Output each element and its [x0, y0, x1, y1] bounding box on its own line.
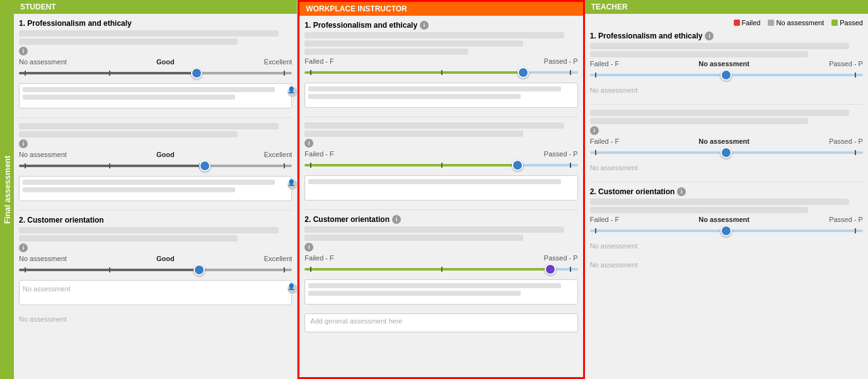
student-c2-thumb[interactable] [199, 160, 211, 172]
instructor-c2-fill [304, 164, 518, 166]
student-header: STUDENT [14, 0, 297, 14]
teacher-c3-left: Failed - F [590, 216, 619, 223]
student-c3-avatar [287, 284, 298, 294]
student-c3-info[interactable]: i [19, 243, 28, 252]
blur [23, 187, 235, 192]
student-c1-slider[interactable] [19, 67, 292, 79]
student-c3-thumb[interactable] [194, 264, 205, 276]
legend-passed: Passed [831, 19, 863, 26]
teacher-c3-right: Passed - P [829, 216, 863, 223]
student-c1-fill [19, 72, 197, 74]
blur [590, 199, 850, 205]
teacher-c1-thumb[interactable] [720, 69, 732, 81]
student-c2-fill [19, 165, 205, 167]
tick [109, 267, 110, 272]
blur [19, 123, 279, 129]
student-c1-blur2 [19, 38, 238, 45]
teacher-c1-title: 1. Professionalism and ethicaly i [590, 32, 863, 40]
blur [590, 207, 809, 213]
blur [590, 118, 809, 124]
blur [304, 235, 523, 241]
student-c1-tick2 [109, 71, 110, 76]
student-c2-info[interactable]: i [19, 139, 28, 148]
instructor-c2-slider[interactable] [304, 159, 577, 172]
student-c2-slider[interactable] [19, 160, 292, 172]
instructor-c3-thumb[interactable] [545, 264, 556, 275]
student-c3-title: 2. Customer orientation [19, 216, 292, 224]
instructor-c1-info[interactable]: i [420, 21, 429, 30]
instructor-c3-info[interactable]: i [392, 215, 401, 224]
teacher-c3-center: No assessment [698, 216, 749, 223]
blur [304, 122, 564, 129]
teacher-c2-slider[interactable] [590, 146, 863, 159]
instructor-content: 1. Professionalism and ethicaly i Failed… [299, 16, 582, 377]
instructor-c1-scale: Failed - F Passed - P [304, 57, 577, 65]
student-c2-left: No assessment [19, 151, 67, 158]
blur [19, 235, 238, 242]
teacher-c3-slider[interactable] [590, 224, 863, 237]
blur [23, 87, 275, 92]
tick [441, 267, 443, 272]
student-c1-thumb[interactable] [191, 67, 202, 79]
student-c1-info[interactable]: i [19, 47, 28, 55]
blur [19, 131, 238, 137]
teacher-c2-thumb[interactable] [720, 147, 732, 158]
instructor-c1-thumb[interactable] [518, 67, 529, 78]
blur [304, 226, 564, 233]
teacher-c1-slider[interactable] [590, 69, 863, 81]
teacher-c3-no-assess: No assessment [590, 241, 863, 251]
instructor-criterion-3: 2. Customer orientation i i Failed - F P… [304, 215, 577, 305]
instructor-c3-right: Passed - P [544, 254, 578, 262]
student-c2-comment [19, 176, 292, 201]
student-c1-track [19, 72, 292, 74]
tick [284, 267, 285, 272]
student-c3-left: No assessment [19, 255, 67, 262]
blur [308, 86, 560, 91]
instructor-criterion-1: 1. Professionalism and ethicaly i Failed… [304, 21, 577, 108]
teacher-c1-scale: Failed - F No assessment Passed - P [590, 60, 863, 67]
student-c3-scale: No assessment Good Excellent [19, 255, 292, 262]
legend-failed-swatch [734, 20, 740, 26]
tick [25, 267, 26, 272]
tick [595, 73, 596, 78]
student-c3-slider[interactable] [19, 264, 292, 276]
legend-failed-label: Failed [742, 19, 761, 26]
teacher-header: TEACHER [585, 0, 868, 14]
main-container: Final assessment STUDENT 1. Professional… [0, 0, 868, 379]
teacher-c1-center: No assessment [698, 60, 749, 67]
blur [304, 131, 523, 137]
teacher-c1-left: Failed - F [590, 60, 619, 67]
teacher-c2-no-assess: No assessment [590, 163, 863, 173]
teacher-c2-info[interactable]: i [590, 126, 599, 135]
blur [23, 180, 275, 185]
instructor-c3-slider[interactable] [304, 263, 577, 276]
teacher-c3-info[interactable]: i [677, 187, 686, 196]
instructor-c1-right: Passed - P [544, 57, 578, 65]
student-c1-avatar [287, 87, 298, 97]
blur [19, 227, 279, 233]
teacher-c1-info[interactable]: i [705, 32, 714, 40]
student-content: 1. Professionalism and ethicaly i No ass… [14, 14, 297, 379]
student-c1-left: No assessment [19, 58, 67, 66]
instructor-c1-left: Failed - F [304, 57, 333, 65]
blur [308, 283, 560, 288]
instructor-c1-fill [304, 71, 523, 74]
instructor-c3-info2[interactable]: i [304, 243, 313, 252]
teacher-c2-right: Passed - P [829, 137, 863, 145]
instructor-c2-thumb[interactable] [512, 160, 523, 171]
teacher-c3-thumb[interactable] [720, 225, 732, 236]
tick [310, 163, 311, 168]
student-criterion-3: 2. Customer orientation i No assessment … [19, 216, 292, 305]
teacher-c1-right: Passed - P [829, 60, 863, 67]
instructor-c3-fill [304, 268, 550, 271]
instructor-c3-scale: Failed - F Passed - P [304, 254, 577, 262]
divider [590, 104, 863, 105]
instructor-c2-info[interactable]: i [304, 139, 313, 148]
instructor-c2-left: Failed - F [304, 150, 333, 158]
divider [304, 209, 577, 210]
student-c1-blur1 [19, 30, 279, 37]
student-criterion-1: 1. Professionalism and ethicaly i No ass… [19, 19, 292, 108]
instructor-add-general[interactable]: Add general assessment here [304, 313, 577, 332]
student-c1-tick4 [284, 71, 285, 76]
instructor-c1-slider[interactable] [304, 66, 577, 79]
